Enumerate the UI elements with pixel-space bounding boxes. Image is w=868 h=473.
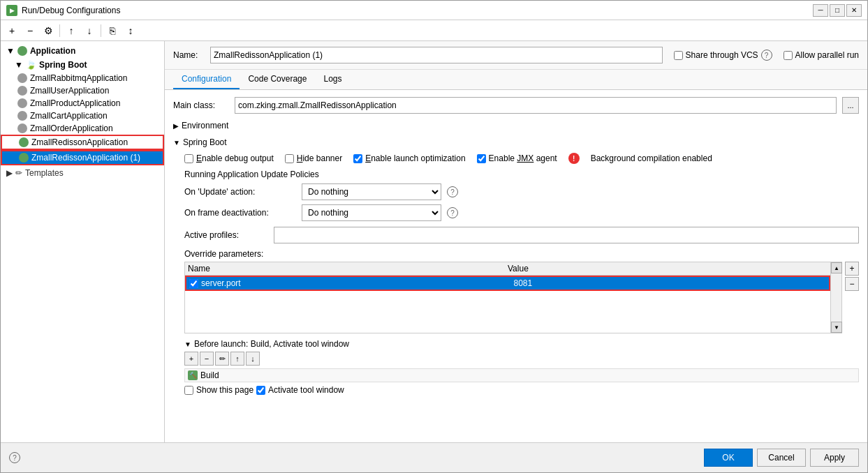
add-button[interactable]: + — [3, 22, 20, 39]
tab-code-coverage[interactable]: Code Coverage — [240, 70, 315, 89]
allow-parallel-label: Allow parallel run — [795, 50, 859, 60]
expand-icon-sb: ▼ — [15, 60, 23, 70]
scroll-down-button[interactable]: ▼ — [831, 322, 842, 333]
maximize-button[interactable]: □ — [830, 4, 845, 17]
settings-button[interactable]: ⚙ — [40, 22, 57, 39]
move-up-button[interactable]: ↑ — [63, 22, 80, 39]
help-button[interactable]: ? — [9, 452, 20, 463]
sidebar-item-redisson-1[interactable]: ZmallRedissonApplication (1) — [1, 150, 164, 165]
sidebar-item-redisson[interactable]: ZmallRedissonApplication — [1, 135, 164, 150]
close-button[interactable]: ✕ — [846, 4, 862, 17]
row-value: 8081 — [514, 278, 827, 288]
build-item[interactable]: 🔨 Build — [184, 368, 859, 382]
templates-icon: ✏ — [15, 168, 22, 178]
parallel-area: Allow parallel run — [784, 50, 859, 60]
bl-edit-button[interactable]: ✏ — [215, 352, 229, 366]
item-icon-0 — [17, 73, 27, 83]
spring-boot-header[interactable]: ▼ Spring Boot — [173, 136, 859, 149]
name-input[interactable]: ZmallRedissonApplication (1) — [210, 47, 663, 63]
bottom-bar: ? OK Cancel Apply — [1, 442, 867, 472]
override-table-area: Name Value server.port 8081 — [184, 262, 859, 333]
vcs-area: Share through VCS ? — [674, 50, 772, 61]
title-bar: ▶ Run/Debug Configurations ─ □ ✕ — [1, 1, 867, 20]
bg-compilation-label: Background compilation enabled — [591, 153, 712, 163]
bl-remove-button[interactable]: − — [200, 352, 214, 366]
cancel-button[interactable]: Cancel — [757, 449, 806, 467]
scroll-up-button[interactable]: ▲ — [831, 262, 842, 273]
spring-boot-label: Spring Boot — [39, 60, 87, 70]
sidebar-item-order[interactable]: ZmallOrderApplication — [1, 122, 164, 135]
share-vcs-checkbox[interactable] — [674, 51, 683, 60]
jmx-checkbox[interactable] — [477, 154, 486, 163]
show-page-checkbox[interactable] — [184, 386, 193, 395]
add-param-button[interactable]: + — [845, 262, 859, 276]
active-profiles-input[interactable] — [274, 227, 859, 243]
share-vcs-label: Share through VCS — [686, 50, 758, 60]
debug-checkbox[interactable] — [184, 154, 193, 163]
bl-up-button[interactable]: ↑ — [230, 352, 244, 366]
sort-button[interactable]: ↕ — [122, 22, 139, 39]
item-icon-2 — [17, 98, 27, 108]
bl-add-button[interactable]: + — [184, 352, 198, 366]
item-label-3: ZmallCartApplication — [30, 111, 108, 121]
ok-button[interactable]: OK — [704, 449, 753, 467]
running-policies: Running Application Update Policies On '… — [184, 170, 859, 221]
environment-header[interactable]: ▶ Environment — [173, 119, 859, 132]
sidebar-templates[interactable]: ▶ ✏ Templates — [1, 165, 164, 181]
remove-param-button[interactable]: − — [845, 277, 859, 291]
before-launch-header[interactable]: ▼ Before launch: Build, Activate tool wi… — [184, 339, 859, 349]
apply-button[interactable]: Apply — [810, 449, 859, 467]
vcs-help-icon[interactable]: ? — [761, 50, 772, 61]
tab-configuration-label: Configuration — [182, 74, 231, 84]
before-launch-toolbar: + − ✏ ↑ ↓ — [184, 352, 859, 366]
sidebar-item-user[interactable]: ZmallUserApplication — [1, 84, 164, 97]
row-checkbox[interactable] — [189, 279, 198, 288]
table-row[interactable]: server.port 8081 — [185, 276, 830, 291]
build-icon: 🔨 — [188, 370, 198, 380]
frame-deactivation-select[interactable]: Do nothing Hot swap classes Restart serv… — [302, 204, 441, 221]
item-label-1: ZmallUserApplication — [30, 86, 109, 96]
environment-label: Environment — [182, 121, 228, 130]
sidebar-item-rabbitmq[interactable]: ZmallRabbitmqApplication — [1, 72, 164, 84]
main-window: ▶ Run/Debug Configurations ─ □ ✕ + − ⚙ ↑… — [0, 0, 868, 473]
copy-button[interactable]: ⎘ — [104, 22, 121, 39]
tab-configuration[interactable]: Configuration — [173, 70, 240, 89]
sidebar-item-cart[interactable]: ZmallCartApplication — [1, 110, 164, 122]
sidebar-group-application[interactable]: ▼ Application — [1, 44, 164, 58]
build-label: Build — [200, 370, 219, 380]
scroll-track — [831, 273, 841, 322]
move-down-button[interactable]: ↓ — [81, 22, 98, 39]
bl-down-button[interactable]: ↓ — [246, 352, 260, 366]
show-page-label: Show this page — [196, 385, 253, 395]
debug-label: Enable debug output — [196, 153, 274, 163]
activate-tool-checkbox[interactable] — [256, 386, 265, 395]
item-label-6: ZmallRedissonApplication (1) — [31, 153, 140, 163]
update-action-label: On 'Update' action: — [184, 187, 296, 197]
warning-icon: ! — [568, 153, 580, 164]
main-class-browse-button[interactable]: ... — [842, 97, 859, 114]
override-section: Override parameters: Name Value — [184, 249, 859, 333]
show-page-row: Show this page Activate tool window — [184, 385, 859, 395]
launch-opt-checkbox[interactable] — [353, 154, 362, 163]
tabs: Configuration Code Coverage Logs — [165, 70, 867, 90]
banner-checkbox[interactable] — [285, 154, 294, 163]
sidebar: ▼ Application ▼ 🍃 Spring Boot ZmallRabbi… — [1, 41, 165, 442]
toolbar: + − ⚙ ↑ ↓ ⎘ ↕ — [1, 20, 867, 41]
frame-deactivation-help-icon[interactable]: ? — [447, 207, 458, 218]
sidebar-group-spring-boot[interactable]: ▼ 🍃 Spring Boot — [1, 58, 164, 72]
update-action-help-icon[interactable]: ? — [447, 186, 458, 197]
spring-boot-arrow-icon: ▼ — [173, 139, 180, 147]
update-action-select[interactable]: Do nothing Hot swap classes Restart serv… — [302, 183, 441, 200]
application-label: Application — [30, 46, 75, 56]
sidebar-item-product[interactable]: ZmallProductApplication — [1, 97, 164, 110]
tab-logs-label: Logs — [323, 74, 341, 84]
col-name-header: Name — [188, 264, 508, 273]
remove-button[interactable]: − — [22, 22, 38, 39]
minimize-button[interactable]: ─ — [813, 4, 828, 17]
tab-logs[interactable]: Logs — [315, 70, 350, 89]
spring-boot-section-label: Spring Boot — [183, 137, 227, 147]
active-profiles-label: Active profiles: — [184, 230, 268, 240]
main-class-input[interactable]: com.zking.zmall.ZmallRedissonApplication — [235, 97, 837, 114]
active-profiles-row: Active profiles: — [184, 227, 859, 243]
allow-parallel-checkbox[interactable] — [784, 51, 793, 60]
